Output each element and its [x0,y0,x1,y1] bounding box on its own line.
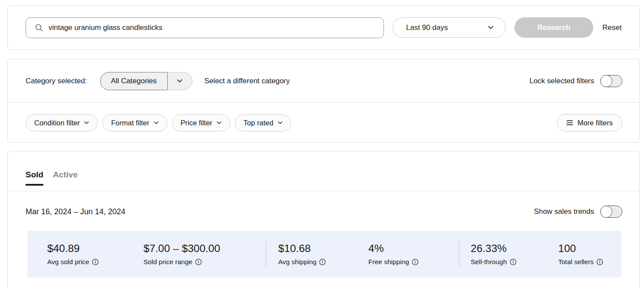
search-input[interactable] [49,23,377,32]
format-filter-pill[interactable]: Format filter [102,115,167,131]
chevron-down-icon [278,121,283,124]
toggle-knob [600,206,612,218]
stat-label: Total sellers [558,258,594,266]
chevron-down-icon [177,79,182,83]
stat-label: Free shipping [368,258,409,266]
pill-label: Format filter [111,119,149,127]
results-date-range: Mar 16, 2024 – Jun 14, 2024 [26,207,125,216]
more-filters-icon [566,120,573,126]
tabs: Sold Active [8,151,639,186]
stat-value: 100 [558,243,621,254]
research-button[interactable]: Research [514,17,593,38]
info-icon[interactable] [92,259,99,265]
stats-summary-bar: $40.89 Avg sold price $7.00 – $300.00 So… [27,231,621,278]
select-different-category-link[interactable]: Select a different category [205,77,290,85]
more-filters-button[interactable]: More filters [557,114,622,131]
chevron-down-icon [488,26,494,29]
pill-label: Condition filter [34,119,80,127]
date-range-select[interactable]: Last 90 days [393,17,506,38]
search-icon [35,24,43,32]
info-icon[interactable] [596,259,603,265]
filter-pills-row: Condition filter Format filter Price fil… [8,103,639,143]
stat-value: $7.00 – $300.00 [143,243,266,254]
pill-label: Top rated [244,119,273,127]
stat-label: Sell-through [471,258,507,266]
date-row: Mar 16, 2024 – Jun 14, 2024 Show sales t… [8,201,639,222]
top-rated-filter-pill[interactable]: Top rated [235,115,291,131]
stat-avg-shipping: $10.68 Avg shipping [266,243,368,266]
stat-total-sellers: 100 Total sellers [558,243,621,266]
category-row: Category selected: All Categories Select… [8,59,639,103]
toggle-knob [600,75,612,87]
stat-value: $10.68 [278,243,368,254]
stat-label: Sold price range [143,258,192,266]
category-selected-label: Category selected: [26,77,87,85]
stat-free-shipping: 4% Free shipping [368,243,459,266]
sales-trends-control: Show sales trends [534,206,622,218]
stat-value: 4% [368,243,459,254]
chevron-down-icon [217,121,221,124]
info-icon[interactable] [195,259,202,265]
pill-label: Price filter [181,119,212,127]
stat-value: $40.89 [47,243,143,254]
info-icon[interactable] [412,259,419,265]
info-icon[interactable] [319,259,326,265]
selected-category-value[interactable]: All Categories [100,72,168,90]
chevron-down-icon [84,121,89,124]
divider [8,191,639,191]
category-split-button[interactable]: All Categories [100,72,192,90]
date-range-value: Last 90 days [406,23,448,32]
stat-sold-price-range: $7.00 – $300.00 Sold price range [143,243,266,266]
chevron-down-icon [154,121,159,124]
condition-filter-pill[interactable]: Condition filter [26,115,98,131]
filters-panel: Category selected: All Categories Select… [7,59,640,143]
more-filters-label: More filters [577,119,613,127]
search-field[interactable] [26,17,384,38]
lock-filters-toggle[interactable] [600,75,622,87]
price-filter-pill[interactable]: Price filter [172,115,230,131]
show-sales-trends-label: Show sales trends [534,207,594,216]
stat-avg-sold-price: $40.89 Avg sold price [47,243,143,266]
stat-label: Avg sold price [47,258,89,266]
info-icon[interactable] [510,259,517,265]
search-toolbar: Last 90 days Research Reset [7,5,640,50]
tab-sold[interactable]: Sold [26,170,43,186]
stat-value: 26.33% [471,243,558,254]
category-dropdown-toggle[interactable] [168,72,192,90]
results-panel: Sold Active Mar 16, 2024 – Jun 14, 2024 … [7,151,640,288]
lock-filters-label: Lock selected filters [530,77,594,85]
sales-trends-toggle[interactable] [600,206,622,218]
reset-button[interactable]: Reset [602,23,621,32]
tab-active[interactable]: Active [53,170,78,186]
stat-sell-through: 26.33% Sell-through [459,243,558,266]
stat-label: Avg shipping [278,258,316,266]
